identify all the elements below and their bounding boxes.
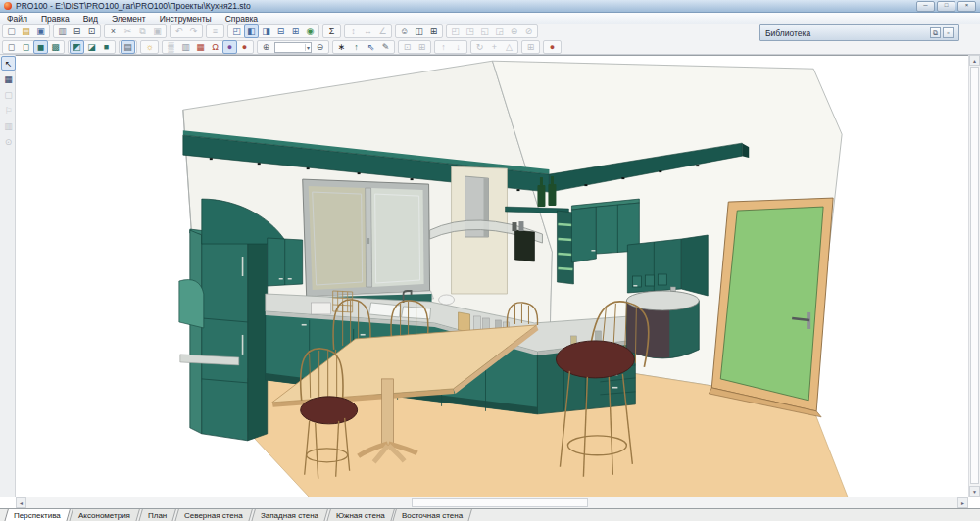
tab-east-wall[interactable]: Восточная стена xyxy=(393,509,473,521)
render-filled-button[interactable]: ■ xyxy=(99,40,114,54)
library-float-button[interactable]: ⧉ xyxy=(930,27,941,38)
redo-button[interactable]: ↷ xyxy=(186,24,201,38)
align-top-button[interactable]: ◱ xyxy=(477,24,492,38)
select-tool-button[interactable]: ↖ xyxy=(1,56,16,71)
scroll-right-button[interactable]: ► xyxy=(957,497,968,508)
tab-west-wall[interactable]: Западная стена xyxy=(251,509,328,521)
tab-north-wall[interactable]: Северная стена xyxy=(174,509,252,521)
distribute-elements-button[interactable]: ⊕ xyxy=(507,24,521,38)
glass-shelf-rack[interactable] xyxy=(557,211,573,284)
tab-axonometry[interactable]: Аксонометрия xyxy=(69,509,140,521)
menu-tools[interactable]: Инструменты xyxy=(153,14,219,24)
minimize-button[interactable]: ─ xyxy=(916,1,935,12)
move-element-down-button[interactable]: ↓ xyxy=(451,40,466,54)
render-contours-button[interactable]: ◩ xyxy=(70,40,84,54)
material-sphere-button[interactable]: ● xyxy=(545,40,560,54)
new-file-button[interactable]: ▢ xyxy=(4,24,19,38)
tab-perspective[interactable]: Перспектива xyxy=(4,509,70,521)
horizontal-scroll-thumb[interactable] xyxy=(412,498,588,507)
zoom-fit-button[interactable]: ∗ xyxy=(334,40,349,54)
person-scale-button[interactable]: ☺ xyxy=(397,24,412,38)
zoom-level-combo[interactable]: ▾ xyxy=(274,42,312,53)
menu-element[interactable]: Элемент xyxy=(105,14,153,24)
room-structure-button[interactable]: ▦ xyxy=(1,71,16,86)
render-edges-button[interactable]: ◪ xyxy=(84,40,99,54)
element-table-button[interactable]: ⊞ xyxy=(523,40,538,54)
align-right-button[interactable]: ◳ xyxy=(463,24,477,38)
vertical-scroll-thumb[interactable] xyxy=(970,67,979,484)
cabinet-front-button[interactable]: ◫ xyxy=(412,24,426,38)
tab-south-wall[interactable]: Южная стена xyxy=(326,509,394,521)
scroll-down-button[interactable]: ▼ xyxy=(969,486,980,497)
main-3d-viewport[interactable] xyxy=(16,55,968,497)
rotate-element-button[interactable]: ↻ xyxy=(472,40,487,54)
new-report-button[interactable]: ▥ xyxy=(55,24,70,38)
cut-button[interactable]: ✂ xyxy=(121,24,135,38)
align-left-button[interactable]: ◰ xyxy=(448,24,463,38)
view-wall-front-button[interactable]: ⊞ xyxy=(288,24,303,38)
save-file-button[interactable]: ▣ xyxy=(33,24,48,38)
undo-button[interactable]: ↶ xyxy=(172,24,186,38)
maximize-button[interactable]: □ xyxy=(937,1,956,12)
show-structure-button[interactable]: ◰ xyxy=(229,24,244,38)
tall-cabinet[interactable] xyxy=(190,229,268,441)
print-button[interactable]: ⊟ xyxy=(70,24,84,38)
select-frame-button[interactable]: ⊡ xyxy=(400,40,415,54)
element-properties-button[interactable]: ≡ xyxy=(208,24,222,38)
close-button[interactable]: × xyxy=(957,1,976,12)
view-wall-side-button[interactable]: ◨ xyxy=(259,24,273,38)
shadows-toggle-button[interactable]: ▒ xyxy=(164,40,178,54)
open-folder-button[interactable]: ▤ xyxy=(19,24,33,38)
title-bar[interactable]: PRO100 - E:\DIST\PRO100_rar\PRO100\Проек… xyxy=(0,0,980,13)
dimension-height-button[interactable]: ↕ xyxy=(346,24,361,38)
render-textured-button[interactable]: ▩ xyxy=(48,40,63,54)
curved-side-panel[interactable] xyxy=(179,280,204,328)
move-element-button[interactable]: + xyxy=(487,40,502,54)
mirror-element-button[interactable]: △ xyxy=(502,40,516,54)
menu-help[interactable]: Справка xyxy=(219,14,265,24)
delete-element-button[interactable]: × xyxy=(106,24,121,38)
zoom-out-button[interactable]: ⊖ xyxy=(313,40,327,54)
copy-button[interactable]: ⧉ xyxy=(135,24,150,38)
insert-element-button[interactable]: ▢ xyxy=(1,87,16,102)
view-materials-button[interactable]: ◉ xyxy=(303,24,318,38)
scroll-left-button[interactable]: ◄ xyxy=(16,497,26,508)
move-view-up-button[interactable]: ↑ xyxy=(349,40,364,54)
zoom-window-tool-button[interactable]: ⊙ xyxy=(1,134,16,149)
magnet-snap-button[interactable]: Ω xyxy=(208,40,222,54)
wall-cabinet-left[interactable] xyxy=(268,238,303,286)
door[interactable] xyxy=(709,198,833,417)
print-preview-button[interactable]: ⊡ xyxy=(84,24,99,38)
smooth-materials-button[interactable]: ● xyxy=(222,40,237,54)
view-plan-mode-button[interactable]: ⊟ xyxy=(273,24,288,38)
menu-edit[interactable]: Правка xyxy=(34,14,76,24)
edit-element-button[interactable]: ✎ xyxy=(378,40,393,54)
cylinder-cabinet[interactable] xyxy=(626,287,699,358)
render-sketch-button[interactable]: ◻ xyxy=(19,40,33,54)
render-solid-button[interactable]: ◼ xyxy=(33,40,48,54)
menu-view[interactable]: Вид xyxy=(76,14,105,24)
vertical-scrollbar[interactable]: ▲ ▼ xyxy=(968,55,980,497)
photo-render-button[interactable]: ● xyxy=(237,40,252,54)
dimension-angle-button[interactable]: ∠ xyxy=(375,24,390,38)
dropdown-arrow-icon[interactable]: ▾ xyxy=(305,44,311,51)
menu-file[interactable]: Файл xyxy=(0,14,34,24)
dimension-width-button[interactable]: ↔ xyxy=(361,24,375,38)
zoom-in-button[interactable]: ⊕ xyxy=(259,40,273,54)
price-report-button[interactable]: Σ xyxy=(324,24,339,38)
grid-toggle-button[interactable]: ▦ xyxy=(193,40,208,54)
tab-plan[interactable]: План xyxy=(138,509,176,521)
group-elements-button[interactable]: ⊘ xyxy=(521,24,536,38)
paste-button[interactable]: ▣ xyxy=(150,24,165,38)
library-panel-header[interactable]: Библиотека ⧉▫ xyxy=(760,24,959,41)
rotate-view-tool-button[interactable]: ⚐ xyxy=(1,103,16,118)
cabinet-side-button[interactable]: ⊞ xyxy=(426,24,441,38)
fly-mode-button[interactable]: ⇖ xyxy=(364,40,378,54)
light-toggle-button[interactable]: ☼ xyxy=(142,40,157,54)
horizontal-scrollbar[interactable]: ◄ ► xyxy=(16,497,968,508)
select-inside-button[interactable]: ⊞ xyxy=(415,40,429,54)
panel-textures-button[interactable]: ▤ xyxy=(121,40,135,54)
render-wireframe-button[interactable]: ◻ xyxy=(4,40,19,54)
dimensions-tool-button[interactable]: ▥ xyxy=(1,118,16,133)
scroll-up-button[interactable]: ▲ xyxy=(969,55,980,66)
